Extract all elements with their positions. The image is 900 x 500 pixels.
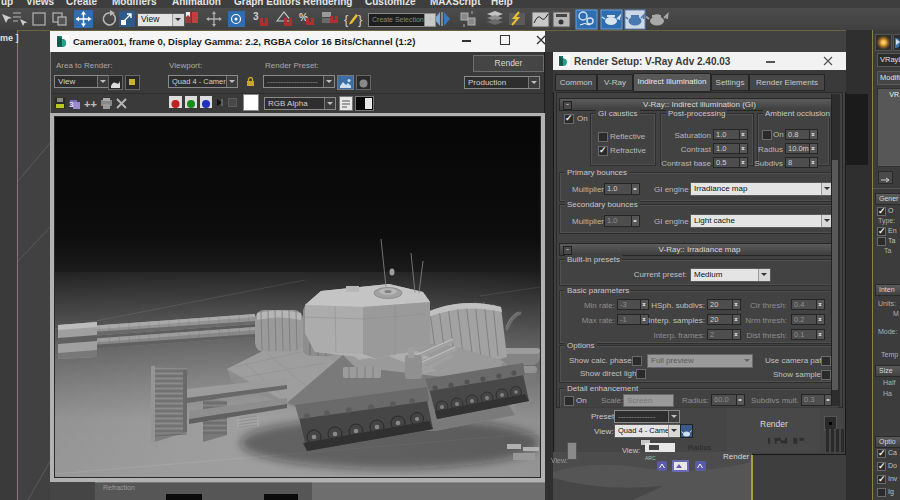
svg-text:3: 3 — [253, 11, 259, 22]
svg-text:}: } — [358, 12, 363, 27]
svg-text:3: 3 — [69, 100, 74, 109]
svg-text:++: ++ — [84, 98, 97, 110]
svg-text:{: { — [344, 12, 349, 27]
